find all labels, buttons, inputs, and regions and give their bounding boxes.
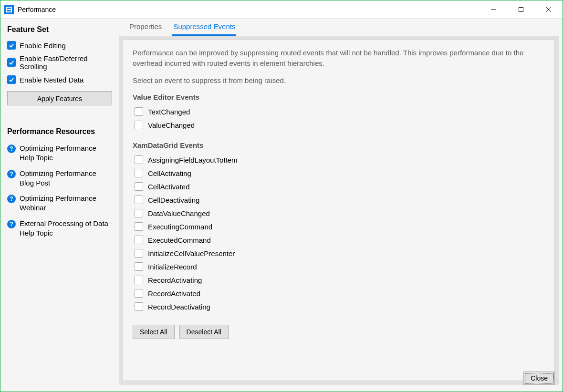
event-label: RecordActivated xyxy=(148,289,200,298)
event-checkbox[interactable] xyxy=(135,107,143,116)
window-controls xyxy=(480,0,563,18)
help-icon: ? xyxy=(7,170,16,178)
feature-checkbox[interactable] xyxy=(7,41,16,50)
event-label: CellActivating xyxy=(148,169,191,177)
resource-label: Optimizing PerformanceHelp Topic xyxy=(20,144,96,163)
close-window-button[interactable] xyxy=(535,0,563,18)
event-row: DataValueChanged xyxy=(133,206,545,220)
resource-link[interactable]: ?External Processing of DataHelp Topic xyxy=(0,216,119,241)
feature-label: Enable Editing xyxy=(20,41,66,50)
tab-properties[interactable]: Properties xyxy=(128,19,163,36)
event-checkbox[interactable] xyxy=(135,196,143,204)
value-editor-events-header: Value Editor Events xyxy=(133,93,545,101)
help-icon: ? xyxy=(7,220,16,228)
resource-link[interactable]: ?Optimizing PerformanceWebinar xyxy=(0,191,119,216)
resource-label: Optimizing PerformanceWebinar xyxy=(20,194,96,213)
help-icon: ? xyxy=(7,144,16,153)
event-checkbox[interactable] xyxy=(135,236,143,244)
event-row: CellActivated xyxy=(133,180,545,193)
event-checkbox[interactable] xyxy=(135,121,143,129)
event-checkbox[interactable] xyxy=(135,262,143,271)
event-checkbox[interactable] xyxy=(135,222,143,231)
event-row: TextChanged xyxy=(133,105,545,118)
resource-label: External Processing of DataHelp Topic xyxy=(20,219,108,238)
event-row: CellDeactivating xyxy=(133,193,545,206)
event-label: CellActivated xyxy=(148,183,190,191)
resource-link[interactable]: ?Optimizing PerformanceHelp Topic xyxy=(0,141,119,166)
feature-set-header: Feature Set xyxy=(0,25,119,39)
feature-label: Enable Fast/Deferred Scrolling xyxy=(20,54,112,71)
minimize-button[interactable] xyxy=(480,0,507,18)
suppressed-events-panel: Performance can be improved by suppressi… xyxy=(123,40,555,381)
panel-intro-1: Performance can be improved by suppressi… xyxy=(133,48,545,69)
app-icon xyxy=(4,5,14,14)
feature-checkbox[interactable] xyxy=(7,75,16,84)
feature-row: Enable Nested Data xyxy=(0,73,119,86)
sidebar: Feature Set Enable EditingEnable Fast/De… xyxy=(0,19,119,392)
event-label: ExecutedCommand xyxy=(148,236,211,244)
xamdatagrid-events-header: XamDataGrid Events xyxy=(133,141,545,149)
deselect-all-button[interactable]: Deselect All xyxy=(179,325,229,339)
window-title: Performance xyxy=(18,6,480,13)
event-label: TextChanged xyxy=(148,108,190,116)
event-label: InitializeRecord xyxy=(148,263,197,271)
event-checkbox[interactable] xyxy=(135,302,143,311)
performance-resources-header: Performance Resources xyxy=(0,105,119,141)
event-row: InitializeCellValuePresenter xyxy=(133,247,545,260)
event-row: ExecutedCommand xyxy=(133,233,545,247)
feature-row: Enable Fast/Deferred Scrolling xyxy=(0,52,119,73)
event-row: CellActivating xyxy=(133,166,545,180)
panel-intro-2: Select an event to suppress it from bein… xyxy=(133,75,545,86)
event-label: AssigningFieldLayoutToItem xyxy=(148,156,238,164)
event-row: ValueChanged xyxy=(133,118,545,132)
apply-features-button[interactable]: Apply Features xyxy=(7,91,112,105)
titlebar: Performance xyxy=(0,0,563,19)
event-checkbox[interactable] xyxy=(135,276,143,284)
event-label: CellDeactivating xyxy=(148,196,199,204)
help-icon: ? xyxy=(7,195,16,203)
event-row: RecordDeactivating xyxy=(133,300,545,313)
tab-suppressed-events[interactable]: Suppressed Events xyxy=(172,19,236,36)
main-area: Properties Suppressed Events Performance… xyxy=(119,19,563,392)
svg-rect-1 xyxy=(519,7,523,11)
feature-label: Enable Nested Data xyxy=(20,76,83,84)
event-row: AssigningFieldLayoutToItem xyxy=(133,153,545,166)
event-label: ValueChanged xyxy=(148,121,195,129)
event-checkbox[interactable] xyxy=(135,182,143,191)
event-row: ExecutingCommand xyxy=(133,220,545,233)
event-row: InitializeRecord xyxy=(133,260,545,273)
tab-bar: Properties Suppressed Events xyxy=(119,19,563,36)
event-row: RecordActivated xyxy=(133,287,545,300)
resource-label: Optimizing PerformanceBlog Post xyxy=(20,169,96,188)
select-all-button[interactable]: Select All xyxy=(133,325,175,339)
event-label: ExecutingCommand xyxy=(148,223,212,231)
resource-link[interactable]: ?Optimizing PerformanceBlog Post xyxy=(0,166,119,191)
event-label: RecordActivating xyxy=(148,276,202,284)
event-label: InitializeCellValuePresenter xyxy=(148,249,235,258)
event-label: RecordDeactivating xyxy=(148,303,210,311)
feature-row: Enable Editing xyxy=(0,39,119,52)
event-checkbox[interactable] xyxy=(135,249,143,258)
event-checkbox[interactable] xyxy=(135,289,143,298)
event-checkbox[interactable] xyxy=(135,209,143,217)
close-button[interactable]: Close xyxy=(523,371,555,385)
event-checkbox[interactable] xyxy=(135,155,143,164)
maximize-button[interactable] xyxy=(507,0,535,18)
event-checkbox[interactable] xyxy=(135,169,143,177)
event-label: DataValueChanged xyxy=(148,209,210,217)
feature-checkbox[interactable] xyxy=(7,58,16,67)
event-row: RecordActivating xyxy=(133,273,545,287)
